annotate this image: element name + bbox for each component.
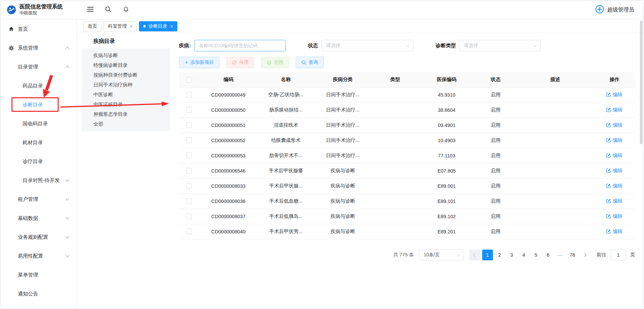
edit-icon xyxy=(606,92,611,97)
cell-name: 泪道挂线术 xyxy=(258,118,314,133)
tab-close-icon[interactable]: × xyxy=(130,24,133,29)
edit-label: 编辑 xyxy=(613,92,622,98)
sidebar-item[interactable]: 易用性配置 xyxy=(0,247,76,265)
prev-page-button[interactable] xyxy=(469,250,480,260)
row-checkbox[interactable] xyxy=(186,107,192,113)
sidebar-item[interactable]: 诊疗目录 xyxy=(0,152,76,171)
page-number-button[interactable]: 5 xyxy=(531,250,541,260)
app-title: 医院信息管理系统 xyxy=(20,4,63,10)
page-number-button[interactable]: 6 xyxy=(543,250,554,260)
next-page-button[interactable] xyxy=(580,250,591,260)
row-checkbox[interactable] xyxy=(186,213,192,219)
table-header-row: 编码名称疾病分类类型医保编码状态描述操作 xyxy=(179,72,635,87)
page-number-button[interactable]: 3 xyxy=(506,250,517,260)
sidebar-item[interactable]: 首页 xyxy=(0,20,76,38)
sidebar-item[interactable]: 菜单管理 xyxy=(0,265,76,284)
category-item[interactable]: 肿瘤形态学目录 xyxy=(82,109,170,119)
checkbox-cell xyxy=(179,224,199,239)
row-checkbox[interactable] xyxy=(186,122,192,128)
sidebar-item[interactable]: 业务规则配置 xyxy=(0,228,76,247)
sidebar-item[interactable]: 药品目录 xyxy=(0,76,76,95)
add-item-button[interactable]: + 添加新项目 xyxy=(179,57,219,68)
row-checkbox[interactable] xyxy=(186,183,192,189)
disease-search-input[interactable] xyxy=(195,40,286,51)
sidebar-item[interactable]: 耗材目录 xyxy=(0,133,76,152)
page-number-button[interactable]: 2 xyxy=(494,250,505,260)
cell-actions: 编辑 xyxy=(594,163,635,178)
edit-button[interactable]: 编辑 xyxy=(606,213,622,220)
edit-button[interactable]: 编辑 xyxy=(606,183,622,189)
row-checkbox[interactable] xyxy=(186,137,192,143)
disable-button[interactable]: 停用 xyxy=(226,57,254,68)
category-item[interactable]: 中医诊断 xyxy=(82,90,170,100)
enable-button[interactable]: 启用 xyxy=(261,57,289,68)
page-number-button[interactable]: 78 xyxy=(567,250,578,260)
page-number-button[interactable]: 1 xyxy=(482,250,493,260)
cell-type xyxy=(372,148,418,163)
cell-actions: 编辑 xyxy=(594,148,635,163)
notifications-button[interactable] xyxy=(121,4,131,16)
sidebar-item-label: 租户管理 xyxy=(18,196,38,203)
cell-code: CD0000000050 xyxy=(199,102,258,118)
home-icon xyxy=(8,26,14,32)
edit-button[interactable]: 编辑 xyxy=(606,152,622,159)
sidebar-item[interactable]: 国临码目录 xyxy=(0,114,76,133)
cell-actions: 编辑 xyxy=(594,87,635,102)
edit-button[interactable]: 编辑 xyxy=(606,92,622,98)
category-item[interactable]: 特慢病诊断目录 xyxy=(82,60,170,70)
page-number-button[interactable]: ··· xyxy=(555,250,566,260)
category-item[interactable]: 疾病与诊断 xyxy=(82,51,170,60)
edit-button[interactable]: 编辑 xyxy=(606,122,622,128)
sidebar-item[interactable]: 诊断目录 xyxy=(0,95,76,114)
select-all-checkbox[interactable] xyxy=(186,77,192,83)
edit-icon xyxy=(606,183,611,188)
search-button[interactable] xyxy=(103,4,113,16)
collapse-sidebar-button[interactable] xyxy=(85,5,95,15)
query-button[interactable]: 查询 xyxy=(296,57,324,68)
category-item[interactable]: 中医证候目录 xyxy=(82,100,170,109)
sidebar-item[interactable]: 租户管理 xyxy=(0,190,76,209)
goto-page-input[interactable] xyxy=(611,250,626,260)
category-item[interactable]: 全部 xyxy=(82,119,170,129)
table-row: CD0000008033 手术后甲状腺... 疾病与诊断 E89.001 启用 xyxy=(179,178,635,194)
sidebar-item[interactable]: 通知公告 xyxy=(0,284,76,303)
sidebar-item[interactable]: 目录对照-待开发 xyxy=(0,171,76,190)
vertical-scrollbar-thumb[interactable] xyxy=(640,21,643,144)
edit-button[interactable]: 编辑 xyxy=(606,228,622,235)
table-row: CD0000006546 手术后甲状腺瘘 疾病与诊断 E07.805 启用 xyxy=(179,163,635,178)
cell-code: CD0000000053 xyxy=(199,148,258,163)
row-checkbox[interactable] xyxy=(186,229,192,234)
row-checkbox[interactable] xyxy=(186,92,192,98)
page-unit-label: 页 xyxy=(630,252,635,258)
sidebar-item-label: 通知公告 xyxy=(18,291,38,297)
cell-code: CD0000008036 xyxy=(199,194,258,209)
page-size-select[interactable]: 10条/页 xyxy=(419,250,464,260)
gear-icon xyxy=(8,45,14,51)
tab[interactable]: 诊断目录 × xyxy=(139,21,177,31)
tab-close-icon[interactable]: × xyxy=(170,24,173,29)
cell-type xyxy=(372,163,418,178)
edit-button[interactable]: 编辑 xyxy=(606,107,622,113)
sidebar-item[interactable]: 系统管理 xyxy=(0,38,76,57)
row-checkbox[interactable] xyxy=(186,153,192,158)
sidebar-item[interactable]: 目录管理 xyxy=(0,57,76,76)
edit-button[interactable]: 编辑 xyxy=(606,137,622,144)
cell-name: 肠系膜动脉结... xyxy=(258,102,314,118)
admin-menu[interactable]: 超级管理员 xyxy=(595,5,634,15)
sidebar-item-label: 诊疗目录 xyxy=(23,158,43,165)
cell-actions: 编辑 xyxy=(594,224,635,239)
category-item[interactable]: 日间手术治疗病种 xyxy=(82,80,170,90)
sidebar-item[interactable]: 基础数据 xyxy=(0,209,76,228)
tab[interactable]: 首页 xyxy=(83,21,101,31)
status-select[interactable]: 请选择 xyxy=(322,40,413,51)
edit-button[interactable]: 编辑 xyxy=(606,198,622,204)
table-row: CD0000008040 手术后甲状旁... 疾病与诊断 E89.201 启用 xyxy=(179,224,635,239)
row-checkbox[interactable] xyxy=(186,168,192,174)
page-number-button[interactable]: 4 xyxy=(519,250,529,260)
cell-status: 启用 xyxy=(475,163,516,178)
category-item[interactable]: 按病种目录付费诊断 xyxy=(82,70,170,80)
diagnosis-type-select[interactable]: 请选择 xyxy=(460,40,540,51)
row-checkbox[interactable] xyxy=(186,198,192,204)
tab[interactable]: 科室管理 × xyxy=(104,21,137,31)
edit-button[interactable]: 编辑 xyxy=(606,168,622,174)
